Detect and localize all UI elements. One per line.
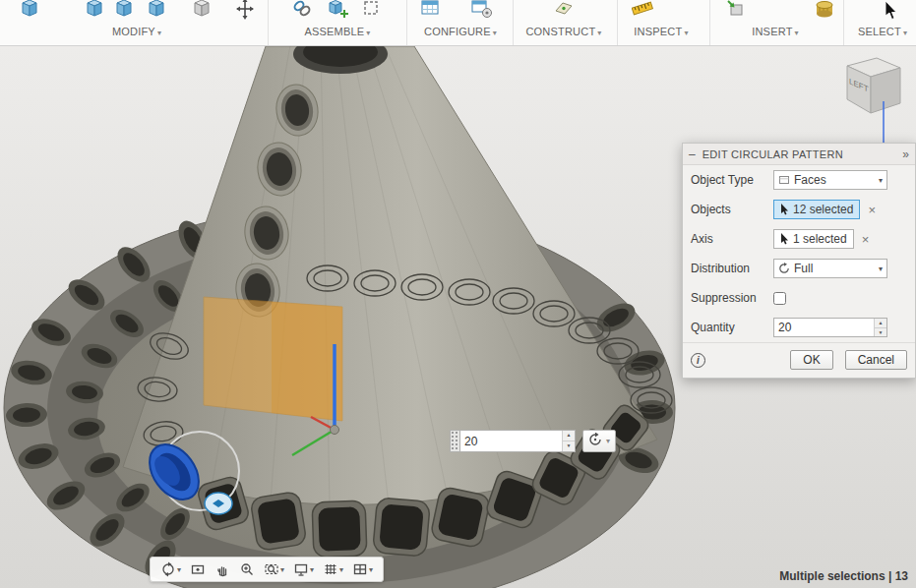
toolbar-separator [709, 0, 710, 45]
move-copy-icon[interactable] [235, 0, 255, 25]
axis-selection-count: 1 selected [793, 232, 847, 246]
pattern-quantity-input[interactable] [460, 431, 562, 451]
distribution-value: Full [794, 262, 877, 275]
dialog-header[interactable]: – EDIT CIRCULAR PATTERN » [683, 144, 915, 165]
ok-button[interactable]: OK [790, 350, 832, 370]
chevron-down-icon: ▾ [597, 29, 601, 37]
object-type-value: Faces [794, 173, 877, 187]
distribution-dropdown[interactable]: Full ▾ [773, 259, 887, 278]
construction-workplane[interactable] [204, 297, 342, 421]
insert-mcmaster-icon[interactable] [815, 0, 834, 25]
pattern-quantity-box: ▲ ▼ [459, 430, 576, 452]
zoom-icon[interactable] [239, 561, 255, 577]
quantity-input-group: ▲ ▼ [773, 318, 887, 337]
toolbar-separator [268, 0, 269, 45]
construction-plane-icon[interactable] [554, 0, 574, 25]
object-type-label: Object Type [691, 173, 773, 187]
overlay-increment-button[interactable]: ▲ [563, 431, 575, 441]
objects-selection-chip[interactable]: 12 selected [773, 200, 860, 219]
origin-point[interactable] [331, 426, 339, 435]
quantity-decrement-button[interactable]: ▼ [875, 328, 886, 337]
press-pull-icon[interactable] [20, 0, 39, 25]
overlay-decrement-button[interactable]: ▼ [563, 441, 575, 451]
circular-pattern-icon [588, 433, 602, 450]
objects-label: Objects [691, 203, 773, 216]
chevron-down-icon: ▾ [606, 437, 610, 445]
chevron-down-icon: ▾ [493, 29, 497, 37]
quantity-increment-button[interactable]: ▲ [875, 319, 886, 328]
orbit-icon[interactable]: ▾ [160, 561, 181, 577]
chevron-down-icon: ▾ [177, 565, 181, 574]
chevron-down-icon: ▾ [684, 29, 688, 37]
object-type-dropdown[interactable]: Faces ▾ [773, 170, 887, 190]
chevron-down-icon: ▾ [879, 176, 883, 185]
chevron-down-icon: ▾ [879, 265, 883, 273]
viewports-icon[interactable]: ▾ [352, 561, 373, 577]
navigation-toolbar: ▾ ▾ ▾ ▾ ▾ [150, 557, 384, 582]
new-component-icon[interactable] [328, 0, 349, 25]
pattern-quantity-overlay: ▲ ▼ ▾ [450, 430, 616, 452]
chevron-down-icon: ▾ [369, 565, 373, 574]
menu-construct[interactable]: CONSTRUCT▾ [525, 26, 601, 37]
axis-label: Axis [691, 232, 773, 246]
clear-axis-icon[interactable]: × [862, 233, 870, 246]
combine-icon[interactable] [147, 0, 166, 25]
cancel-button[interactable]: Cancel [845, 350, 907, 370]
toolbar-separator [617, 0, 618, 45]
mouse-cursor-icon [885, 1, 900, 27]
drag-handle[interactable] [450, 430, 459, 452]
fusion-window: MODIFY▾ ASSEMBLE▾ CONFIGURE▾ CONSTRUCT▾ … [0, 0, 916, 588]
joint-icon[interactable] [292, 0, 312, 25]
toolbar-separator [406, 0, 407, 45]
edit-circular-pattern-dialog: – EDIT CIRCULAR PATTERN » Object Type Fa… [682, 143, 916, 379]
insert-derive-icon[interactable] [725, 0, 745, 25]
pattern-manipulator[interactable] [205, 493, 232, 514]
info-icon[interactable]: i [691, 353, 705, 368]
chevron-down-icon: ▾ [157, 29, 161, 37]
select-cursor-icon [780, 204, 789, 215]
suppression-checkbox[interactable] [773, 292, 786, 305]
collapse-icon[interactable]: – [689, 147, 696, 161]
select-cursor-icon [780, 233, 789, 245]
grid-icon[interactable]: ▾ [323, 561, 343, 577]
viewport-3d[interactable]: LEFT ▲ ▼ ▾ – [0, 46, 916, 588]
shell-icon[interactable] [114, 0, 134, 25]
fillet-icon[interactable] [85, 0, 104, 25]
toolbar-separator [843, 0, 844, 45]
objects-selection-count: 12 selected [793, 203, 853, 216]
chevron-down-icon: ▾ [795, 29, 799, 37]
distribution-label: Distribution [691, 262, 773, 275]
menu-assemble[interactable]: ASSEMBLE▾ [304, 26, 370, 37]
panel-expand-icon[interactable]: » [902, 147, 909, 161]
display-settings-icon[interactable]: ▾ [293, 561, 314, 577]
selection-status: Multiple selections | 13 [779, 569, 908, 583]
look-at-icon[interactable] [190, 561, 206, 577]
menu-select[interactable]: SELECT▾ [858, 26, 907, 37]
menu-inspect[interactable]: INSPECT▾ [634, 26, 688, 37]
top-toolbar: MODIFY▾ ASSEMBLE▾ CONFIGURE▾ CONSTRUCT▾ … [0, 0, 916, 46]
chevron-down-icon: ▾ [903, 29, 907, 37]
dialog-title: EDIT CIRCULAR PATTERN [702, 148, 903, 160]
chevron-down-icon: ▾ [280, 565, 284, 574]
faces-icon [778, 174, 790, 186]
full-distribution-icon [778, 263, 790, 274]
pattern-type-button[interactable]: ▾ [582, 430, 616, 452]
axis-selection-chip[interactable]: 1 selected [773, 229, 854, 249]
quantity-input[interactable] [774, 319, 874, 336]
menu-insert[interactable]: INSERT▾ [752, 26, 799, 37]
measure-icon[interactable] [632, 0, 653, 25]
menu-modify[interactable]: MODIFY▾ [112, 26, 161, 37]
configure-features-icon[interactable] [471, 0, 493, 25]
suppression-label: Suppression [691, 291, 773, 305]
chevron-down-icon: ▾ [339, 565, 343, 574]
pan-icon[interactable] [214, 561, 230, 577]
fit-icon[interactable]: ▾ [264, 561, 284, 577]
menu-configure[interactable]: CONFIGURE▾ [424, 26, 497, 37]
toolbar-separator [513, 0, 514, 45]
quantity-label: Quantity [691, 321, 773, 334]
configuration-table-icon[interactable] [420, 0, 440, 25]
chevron-down-icon: ▾ [310, 565, 314, 574]
rigid-group-icon[interactable] [361, 0, 381, 25]
clear-objects-icon[interactable]: × [868, 204, 876, 216]
split-body-icon[interactable] [192, 0, 212, 25]
